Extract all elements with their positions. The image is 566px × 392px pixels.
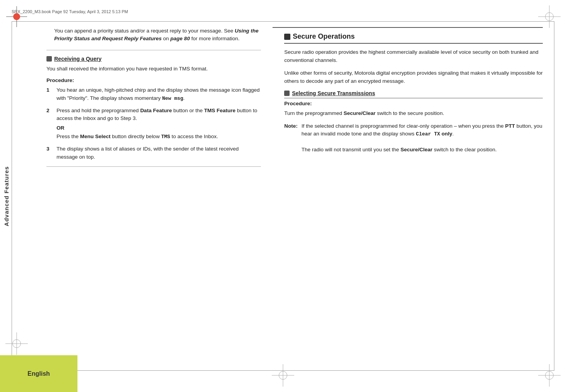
intro-paragraph: You can append a priority status and/or …: [46, 27, 261, 43]
crosshair-bottom-center: [277, 370, 289, 381]
note-label: Note:: [284, 122, 298, 154]
select-secure-heading: Selecting Secure Transmissions: [284, 90, 543, 98]
procedure-label: Procedure:: [46, 77, 261, 83]
sidebar-label: Advanced Features: [3, 166, 10, 226]
secure-body-2: Unlike other forms of security, Motorola…: [284, 69, 543, 86]
secure-ops-title: Secure Operations: [293, 33, 355, 41]
secure-ops-icon: [284, 34, 290, 40]
left-column: You can append a priority status and/or …: [23, 27, 273, 353]
sidebar-container: Advanced Features: [0, 21, 21, 371]
intro-text-2: on: [162, 36, 171, 41]
ptt-bold: PTT: [505, 123, 515, 129]
list-number-1: 1: [46, 86, 53, 102]
page-border-top: [12, 21, 554, 22]
only-bold: only: [442, 131, 453, 137]
select-secure-title: Selecting Secure Transmissions: [292, 90, 375, 96]
page-border-right: [554, 21, 554, 371]
english-label: English: [0, 355, 77, 392]
divider-1: [46, 50, 261, 50]
section-icon: [46, 56, 52, 62]
secure-clear-bold-1: Secure/Clear: [343, 110, 376, 116]
note-content: If the selected channel is preprogrammed…: [302, 122, 543, 154]
intro-text-3: for more information.: [190, 36, 239, 41]
secure-clear-bold-2: Secure/Clear: [401, 147, 433, 152]
list-number-3: 3: [46, 145, 53, 161]
menu-select-bold: Menu Select: [80, 134, 111, 139]
list-content-2: Press and hold the preprogrammed Data Fe…: [57, 107, 261, 140]
crosshair-top-left: [11, 11, 22, 22]
receiving-body: You shall received the information you h…: [46, 65, 261, 73]
list-number-2: 2: [46, 107, 53, 140]
tms-feature-bold: TMS Feature: [204, 108, 235, 113]
list-item-1: 1 You hear an unique, high-pitched chirp…: [46, 86, 261, 102]
receiving-section-title: Receiving a Query: [54, 56, 101, 62]
divider-2: [46, 166, 261, 167]
intro-text-1: You can append a priority status and/or …: [54, 28, 235, 34]
right-column: Secure Operations Secure radio operation…: [273, 27, 543, 353]
sub-procedure-text: Turn the preprogrammed Secure/Clear swit…: [284, 110, 543, 118]
mono-tms: TMS: [161, 134, 170, 140]
secure-body-1: Secure radio operation provides the high…: [284, 48, 543, 65]
header-text: SRX_2200_M3.book Page 92 Tuesday, April …: [12, 9, 128, 14]
procedure-list: 1 You hear an unique, high-pitched chirp…: [46, 86, 261, 161]
crosshair-top-right: [544, 11, 555, 22]
english-text: English: [27, 370, 50, 377]
list-item-2: 2 Press and hold the preprogrammed Data …: [46, 107, 261, 140]
crosshair-bottom-right: [544, 370, 555, 381]
list-item-3: 3 The display shows a list of aliases or…: [46, 145, 261, 161]
secure-ops-heading: Secure Operations: [284, 33, 543, 44]
list-content-3: The display shows a list of aliases or I…: [57, 145, 261, 161]
content-area: You can append a priority status and/or …: [23, 27, 543, 353]
header-bar: SRX_2200_M3.book Page 92 Tuesday, April …: [12, 4, 554, 19]
list-content-1: You hear an unique, high-pitched chirp a…: [57, 86, 261, 102]
note-block: Note: If the selected channel is preprog…: [284, 122, 543, 154]
or-label: OR: [57, 124, 261, 132]
data-feature-bold: Data Feature: [140, 108, 172, 113]
clear-tx-mono: Clear TX: [416, 131, 440, 137]
receiving-section-heading: Receiving a Query: [46, 56, 261, 62]
mono-new-msg: New msg: [162, 96, 184, 101]
sub-procedure-label: Procedure:: [284, 101, 543, 106]
select-secure-icon: [284, 91, 290, 96]
intro-page: page 80: [170, 36, 190, 41]
